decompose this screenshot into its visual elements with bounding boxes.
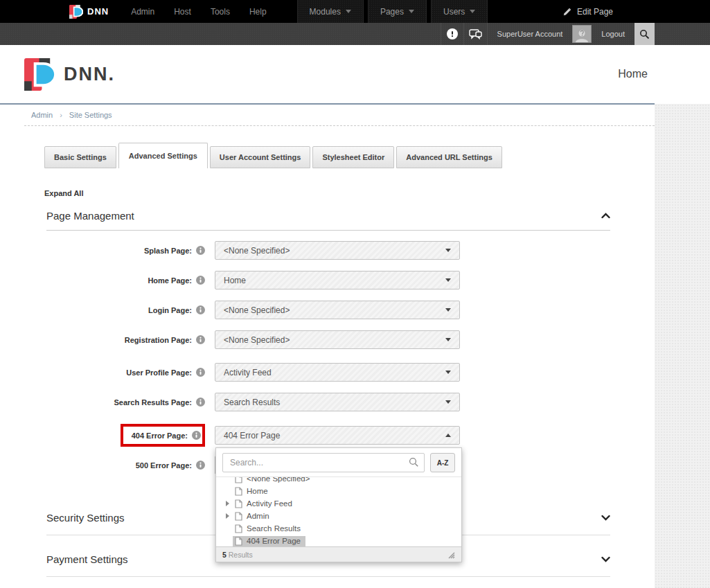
- avatar-silhouette-icon: [574, 28, 589, 42]
- registration-page-select[interactable]: <None Specified>: [215, 330, 460, 349]
- caret-up-icon: [445, 434, 451, 437]
- section-usability-settings[interactable]: Usability Settings: [46, 577, 610, 588]
- main-content: Admin › Site Settings Basic Settings Adv…: [0, 103, 655, 588]
- brand-wordmark: DNN.: [64, 64, 115, 85]
- menu-tools[interactable]: Tools: [201, 0, 240, 23]
- dnn-logo-icon: [69, 5, 83, 19]
- page: DNN Admin Host Tools Help Modules Pages …: [0, 0, 710, 588]
- field-label: User Profile Page:: [126, 368, 192, 377]
- tab-user-account-settings[interactable]: User Account Settings: [210, 146, 311, 168]
- field-user-profile-page: User Profile Page: Activity Feed: [0, 363, 655, 382]
- info-icon[interactable]: [196, 246, 205, 255]
- tree-item-admin[interactable]: Admin: [216, 510, 461, 522]
- info-icon[interactable]: [196, 305, 205, 314]
- info-icon[interactable]: [192, 431, 201, 440]
- highlight-red-box: 404 Error Page:: [121, 424, 205, 447]
- caret-down-icon: [445, 249, 451, 252]
- tab-stylesheet-editor[interactable]: Stylesheet Editor: [312, 146, 394, 168]
- page-icon: [235, 524, 242, 533]
- search-results-page-select[interactable]: Search Results: [215, 393, 460, 411]
- page-icon: [235, 476, 242, 483]
- menu-host[interactable]: Host: [164, 0, 201, 23]
- nav-home-link[interactable]: Home: [618, 68, 648, 80]
- search-button[interactable]: [634, 23, 655, 45]
- info-icon[interactable]: [196, 335, 205, 344]
- logout-link[interactable]: Logout: [592, 30, 634, 38]
- notifications-button[interactable]: [441, 23, 464, 45]
- menu-help[interactable]: Help: [240, 0, 276, 23]
- site-header: DNN. Home: [0, 45, 710, 103]
- splash-page-select[interactable]: <None Specified>: [215, 241, 460, 260]
- info-icon[interactable]: [196, 368, 205, 377]
- pencil-icon: [562, 7, 572, 17]
- field-search-results-page: Search Results Page: Search Results: [0, 393, 655, 411]
- field-label: 500 Error Page:: [136, 461, 192, 470]
- page-picker-footer: 5 Results: [216, 546, 461, 562]
- select-value: 404 Error Page: [215, 431, 445, 440]
- dnn-logo-small[interactable]: DNN: [0, 0, 121, 23]
- menu-users[interactable]: Users: [431, 0, 488, 23]
- field-label: Home Page:: [148, 276, 192, 285]
- tree-item-home[interactable]: Home: [216, 485, 461, 497]
- search-icon: [409, 457, 419, 467]
- settings-tabs: Basic Settings Advanced Settings User Ac…: [44, 143, 655, 168]
- section-title: Security Settings: [46, 512, 125, 524]
- menu-users-label: Users: [443, 7, 465, 17]
- tab-basic-settings[interactable]: Basic Settings: [44, 146, 116, 168]
- tree-item-label: Home: [247, 487, 268, 495]
- expand-arrow-icon[interactable]: [226, 513, 229, 519]
- section-page-management[interactable]: Page Management: [46, 210, 610, 231]
- field-splash-page: Splash Page: <None Specified>: [0, 241, 655, 260]
- tree-item-none-specified[interactable]: <None Specified>: [216, 476, 461, 485]
- home-page-select[interactable]: Home: [215, 271, 460, 289]
- superuser-account-link[interactable]: SuperUser Account: [488, 30, 573, 38]
- tab-advanced-settings[interactable]: Advanced Settings: [118, 143, 208, 168]
- select-value: <None Specified>: [215, 305, 445, 315]
- caret-down-icon: [445, 338, 451, 341]
- messages-button[interactable]: [464, 23, 488, 45]
- results-word: Results: [229, 551, 253, 559]
- sort-az-button[interactable]: A-Z: [430, 453, 455, 472]
- page-search-input[interactable]: [222, 453, 425, 472]
- alert-icon: [447, 28, 458, 39]
- tree-item-activity-feed[interactable]: Activity Feed: [216, 497, 461, 510]
- info-icon[interactable]: [196, 276, 205, 285]
- user-profile-page-select[interactable]: Activity Feed: [215, 363, 460, 382]
- caret-down-icon: [445, 371, 451, 374]
- error-404-page-select[interactable]: 404 Error Page A-Z: [215, 426, 460, 445]
- edit-page-label: Edit Page: [577, 7, 613, 17]
- field-label: Registration Page:: [125, 336, 192, 344]
- info-icon[interactable]: [196, 398, 205, 407]
- expand-all-link[interactable]: Expand All: [44, 189, 83, 197]
- tree-item-404-error-page[interactable]: 404 Error Page: [216, 535, 461, 546]
- expand-arrow-icon[interactable]: [226, 501, 229, 506]
- edit-page-button[interactable]: Edit Page: [562, 0, 710, 23]
- login-page-select[interactable]: <None Specified>: [215, 301, 460, 319]
- menu-admin[interactable]: Admin: [121, 0, 164, 23]
- brand-wordmark-small: DNN: [87, 6, 109, 17]
- page-icon: [235, 487, 242, 496]
- menu-pages[interactable]: Pages: [368, 0, 427, 23]
- search-icon: [639, 29, 650, 39]
- page-management-form: Splash Page: <None Specified> Home Page:…: [0, 241, 655, 474]
- dnn-logo-large: DNN.: [24, 58, 115, 91]
- menu-modules[interactable]: Modules: [297, 0, 364, 23]
- chat-bubbles-icon: [469, 29, 482, 39]
- field-home-page: Home Page: Home: [0, 271, 655, 289]
- resize-grip-icon[interactable]: [446, 550, 455, 559]
- breadcrumb-separator: ›: [60, 111, 62, 119]
- breadcrumb-site-settings[interactable]: Site Settings: [69, 111, 112, 119]
- field-404-error-page: 404 Error Page: 404 Error Page A-Z: [0, 426, 655, 445]
- user-avatar[interactable]: [572, 25, 592, 43]
- tree-item-label: Activity Feed: [247, 499, 292, 508]
- tree-item-search-results[interactable]: Search Results: [216, 522, 461, 535]
- breadcrumb-admin[interactable]: Admin: [31, 111, 53, 119]
- info-icon[interactable]: [196, 461, 205, 470]
- menu-modules-label: Modules: [310, 7, 341, 17]
- page-icon: [235, 512, 242, 521]
- caret-down-icon: [445, 400, 451, 404]
- tab-advanced-url-settings[interactable]: Advanced URL Settings: [396, 146, 502, 168]
- select-value: <None Specified>: [215, 246, 445, 256]
- page-tree-list: <None Specified> Home: [216, 476, 461, 546]
- page-right-margin: [655, 104, 710, 588]
